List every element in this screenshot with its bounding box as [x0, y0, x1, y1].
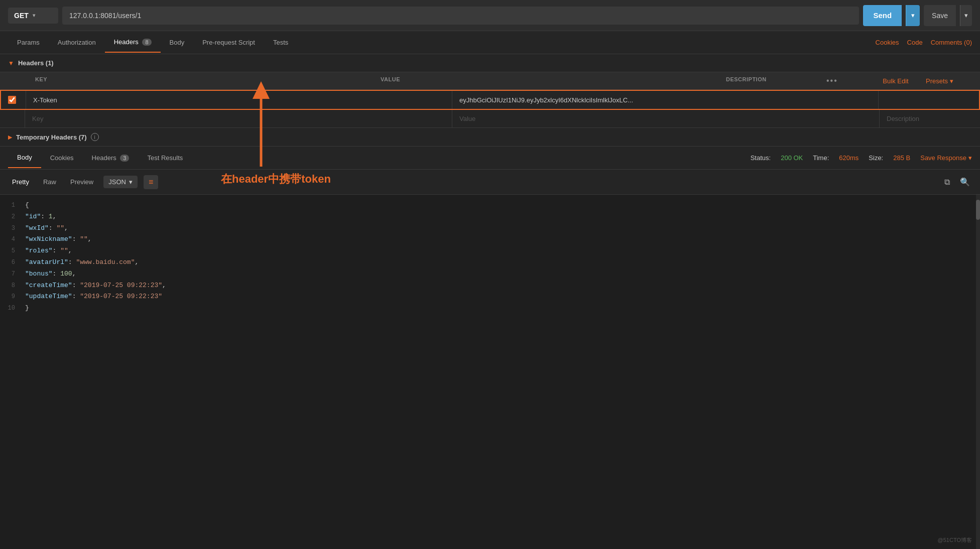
- code-link[interactable]: Code: [907, 39, 923, 46]
- format-bar: Pretty Raw Preview JSON ▾ ≡ ⧉ 🔍: [0, 170, 980, 195]
- format-pretty-button[interactable]: Pretty: [8, 176, 33, 188]
- row-key-value: X-Token: [33, 96, 57, 104]
- send-button[interactable]: Send: [863, 5, 902, 26]
- bulk-edit-button[interactable]: Bulk Edit: [866, 72, 926, 89]
- headers-toggle-icon[interactable]: ▼: [8, 60, 14, 67]
- json-line-8: 8 "createTime": "2019-07-25 09:22:23",: [0, 280, 980, 292]
- json-line-1: 1 {: [0, 200, 980, 211]
- scrollbar-thumb[interactable]: [976, 200, 980, 220]
- request-tab-bar: Params Authorization Headers 8 Body Pre-…: [0, 31, 980, 54]
- tab-headers[interactable]: Headers 8: [105, 32, 161, 53]
- comments-link[interactable]: Comments (0): [931, 39, 972, 46]
- format-preview-button[interactable]: Preview: [66, 176, 97, 188]
- col-value: VALUE: [375, 72, 720, 89]
- col-description: DESCRIPTION: [720, 72, 820, 89]
- cookies-link[interactable]: Cookies: [876, 39, 899, 46]
- size-label: Size:: [869, 154, 883, 162]
- json-line-7: 7 "bonus": 100,: [0, 268, 980, 280]
- response-tab-testresults[interactable]: Test Results: [138, 148, 192, 168]
- row-checkbox[interactable]: [8, 96, 16, 104]
- presets-button[interactable]: Presets ▾: [926, 72, 976, 89]
- json-line-6: 6 "avatarUrl": "www.baidu.com",: [0, 257, 980, 268]
- size-value: 285 B: [893, 154, 910, 162]
- scrollbar[interactable]: [976, 195, 980, 549]
- response-tab-headers[interactable]: Headers 3: [83, 148, 139, 168]
- status-value: 200 OK: [781, 154, 803, 162]
- json-line-4: 4 "wxNickname": "",: [0, 234, 980, 245]
- response-tab-bar: Body Cookies Headers 3 Test Results Stat…: [0, 147, 980, 170]
- time-value: 620ms: [839, 154, 859, 162]
- method-label: GET: [14, 12, 29, 20]
- col-key: KEY: [29, 72, 375, 89]
- headers-section-title: Headers (1): [18, 59, 54, 67]
- url-bar: GET ▾ Send ▾ Save ▾: [0, 0, 980, 31]
- save-dropdown-button[interactable]: ▾: [960, 5, 972, 26]
- table-empty-row: Key Value Description: [0, 110, 980, 128]
- request-section: Params Authorization Headers 8 Body Pre-…: [0, 31, 980, 147]
- send-dropdown-button[interactable]: ▾: [906, 5, 920, 26]
- wrap-button[interactable]: ≡: [144, 175, 158, 189]
- row-key-cell[interactable]: X-Token: [26, 91, 452, 109]
- time-label: Time:: [813, 154, 829, 162]
- tab-body[interactable]: Body: [161, 33, 194, 52]
- watermark: @51CTO博客: [938, 536, 972, 544]
- copy-button[interactable]: ⧉: [942, 175, 952, 189]
- json-body: 1 { 2 "id": 1, 3 "wxId": "", 4 "wxNickna…: [0, 195, 980, 549]
- response-tab-body[interactable]: Body: [8, 148, 41, 168]
- more-options-button[interactable]: •••: [826, 76, 838, 85]
- empty-key-cell[interactable]: Key: [25, 110, 452, 127]
- table-header: KEY VALUE DESCRIPTION ••• Bulk Edit Pres…: [0, 72, 980, 90]
- format-type-dropdown[interactable]: JSON ▾: [103, 176, 138, 188]
- response-area: 在header中携带token Body Cookies Headers 3 T…: [0, 147, 980, 549]
- tab-tests[interactable]: Tests: [264, 33, 297, 52]
- method-chevron-icon: ▾: [33, 13, 35, 18]
- search-button[interactable]: 🔍: [958, 175, 972, 189]
- url-input[interactable]: [62, 7, 859, 25]
- json-line-9: 9 "updateTime": "2019-07-25 09:22:23": [0, 291, 980, 303]
- json-line-5: 5 "roles": "",: [0, 245, 980, 257]
- headers-section-header: ▼ Headers (1): [0, 54, 980, 72]
- row-description-cell[interactable]: [879, 91, 979, 109]
- save-button[interactable]: Save: [924, 5, 956, 26]
- tab-authorization[interactable]: Authorization: [49, 33, 105, 52]
- col-checkbox: [4, 72, 29, 89]
- tab-prerequest[interactable]: Pre-request Script: [193, 33, 264, 52]
- empty-description-cell[interactable]: Description: [880, 110, 980, 127]
- row-token-value: eyJhbGciOiJIUzI1NiJ9.eyJyb2xlcyI6dXNlckl…: [459, 96, 633, 104]
- json-line-10: 10 }: [0, 303, 980, 314]
- temporary-headers-section: ▶ Temporary Headers (7) i: [0, 128, 980, 147]
- table-row: X-Token eyJhbGciOiJIUzI1NiJ9.eyJyb2xlcyI…: [0, 90, 980, 110]
- save-response-button[interactable]: Save Response ▾: [920, 154, 972, 162]
- method-select[interactable]: GET ▾: [8, 8, 58, 24]
- info-icon[interactable]: i: [91, 133, 99, 141]
- tab-params[interactable]: Params: [8, 33, 49, 52]
- json-line-2: 2 "id": 1,: [0, 211, 980, 223]
- row-checkbox-cell: [1, 91, 26, 109]
- status-label: Status:: [751, 154, 771, 162]
- temp-headers-chevron-icon[interactable]: ▶: [8, 134, 12, 141]
- response-tab-cookies[interactable]: Cookies: [41, 148, 83, 168]
- row-value-cell[interactable]: eyJhbGciOiJIUzI1NiJ9.eyJyb2xlcyI6dXNlckl…: [452, 91, 879, 109]
- temp-headers-title: Temporary Headers (7): [16, 133, 87, 141]
- empty-checkbox-cell: [0, 110, 25, 127]
- empty-value-cell[interactable]: Value: [452, 110, 880, 127]
- json-line-3: 3 "wxId": "",: [0, 223, 980, 234]
- col-more: •••: [820, 72, 866, 89]
- format-raw-button[interactable]: Raw: [39, 176, 60, 188]
